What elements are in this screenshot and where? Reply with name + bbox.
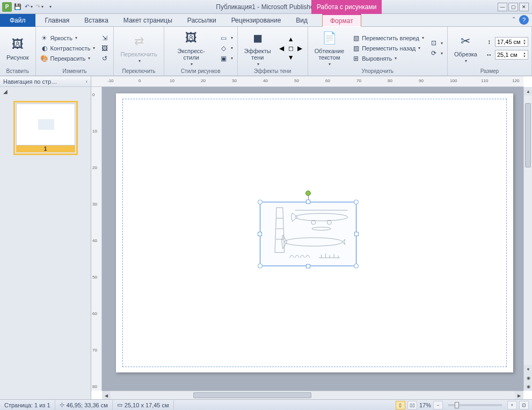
tab-insert[interactable]: Вставка xyxy=(77,14,116,27)
view-single-button[interactable]: ▯ xyxy=(396,401,405,409)
view-two-button[interactable]: ▯▯ xyxy=(407,401,417,409)
scroll-down-icon[interactable]: ▼ xyxy=(524,365,532,374)
wrap-text-button[interactable]: 📄 Обтекание текстом ▾ xyxy=(311,28,347,68)
caption-icon: ▣ xyxy=(220,54,228,63)
align-button[interactable]: ⊞Выровнять▾ xyxy=(351,54,425,63)
nudge-right-icon[interactable]: ▶ xyxy=(296,44,304,53)
handle-sw[interactable] xyxy=(258,263,263,268)
tab-home[interactable]: Главная xyxy=(38,14,77,27)
scroll-up-icon[interactable]: ▲ xyxy=(524,87,532,96)
scroll-thumb-h[interactable] xyxy=(193,392,311,398)
height-input[interactable]: 17,45 см▲▼ xyxy=(495,37,528,47)
nudge-left-icon[interactable]: ◀ xyxy=(278,44,286,53)
align-icon: ⊞ xyxy=(352,54,360,63)
shadow-icon: ◼ xyxy=(249,30,266,47)
ribbon: 🖼 Рисунок Вставить ☀Яркость▾ ◐Контрастно… xyxy=(0,27,532,76)
compress-button[interactable]: ⇲ xyxy=(99,33,110,43)
zoom-level[interactable]: 17% xyxy=(419,402,431,408)
shadow-toggle-icon[interactable]: ◻ xyxy=(287,44,295,53)
ribbon-collapse-icon[interactable]: ⌃ xyxy=(512,16,516,22)
shape-button[interactable]: ◇▾ xyxy=(218,43,234,53)
recolor-button[interactable]: 🎨Перекрасить▾ xyxy=(39,54,97,63)
contrast-icon: ◐ xyxy=(40,44,49,53)
handle-ne[interactable] xyxy=(354,200,359,204)
scroll-thumb-v[interactable] xyxy=(525,103,531,167)
fit-page-button[interactable]: ⊡ xyxy=(519,401,529,409)
group-swap-label: Переключить xyxy=(117,68,160,75)
brightness-icon: ☀ xyxy=(40,34,49,42)
handle-se[interactable] xyxy=(354,263,359,268)
reset-button[interactable]: ↺ xyxy=(99,54,110,63)
scroll-left-icon[interactable]: ◀ xyxy=(102,391,111,400)
nav-sub-icon[interactable]: ◢ xyxy=(0,87,91,96)
redo-icon[interactable]: ↷▾ xyxy=(34,2,44,12)
express-styles-button[interactable]: 🖼 Экспресс-стили ▾ xyxy=(167,28,215,68)
group-button[interactable]: ⊡▾ xyxy=(428,38,444,48)
horizontal-scrollbar[interactable]: ◀ ▶ xyxy=(102,391,523,399)
page-thumbnail-selected[interactable]: 1 xyxy=(13,101,78,155)
qat-customize-icon[interactable]: ▾ xyxy=(45,2,55,12)
brightness-button[interactable]: ☀Яркость▾ xyxy=(39,33,97,43)
nudge-up-icon[interactable]: ▲ xyxy=(287,35,295,43)
prev-page-icon[interactable]: ◉ xyxy=(524,374,532,382)
wrap-label: Обтекание текстом xyxy=(315,48,344,61)
horizontal-ruler: -100102030405060708090100110120 xyxy=(91,76,523,87)
tab-review[interactable]: Рецензирование xyxy=(224,14,289,27)
svg-point-7 xyxy=(312,227,331,230)
app-icon[interactable]: P xyxy=(2,2,12,12)
handle-nw[interactable] xyxy=(258,200,263,204)
handle-w[interactable] xyxy=(258,232,262,236)
tab-mailings[interactable]: Рассылки xyxy=(180,14,224,27)
bring-forward-button[interactable]: ▧Переместить вперед▾ xyxy=(351,33,425,43)
size-icon: ▭ xyxy=(117,401,122,408)
save-icon[interactable]: 💾 xyxy=(13,2,23,12)
shadow-effects-button[interactable]: ◼ Эффекты тени ▾ xyxy=(241,28,274,68)
tab-format[interactable]: Формат xyxy=(322,14,361,27)
zoom-in-button[interactable]: + xyxy=(507,401,517,409)
maximize-button[interactable]: ▢ xyxy=(508,3,518,11)
zoom-out-button[interactable]: − xyxy=(433,401,443,409)
insert-picture-button[interactable]: 🖼 Рисунок xyxy=(3,35,32,62)
change-button[interactable]: 🖼 xyxy=(99,43,110,53)
handle-s[interactable] xyxy=(306,264,310,268)
help-icon[interactable]: ? xyxy=(519,15,529,25)
caption-button[interactable]: ▣▾ xyxy=(218,54,234,63)
zoom-slider-thumb[interactable] xyxy=(455,402,459,408)
width-input[interactable]: 25,1 см▲▼ xyxy=(495,50,528,60)
nav-collapse-icon[interactable]: ‹ xyxy=(86,79,88,84)
next-page-icon[interactable]: ◉ xyxy=(524,382,532,391)
tab-view[interactable]: Вид xyxy=(288,14,315,27)
send-backward-button[interactable]: ▨Переместить назад▾ xyxy=(351,43,425,53)
tab-pagelayout[interactable]: Макет страницы xyxy=(116,14,180,27)
undo-icon[interactable]: ↶▾ xyxy=(24,2,33,12)
rotate-handle[interactable] xyxy=(305,191,311,196)
swap-button: ⇄ Переключить ▾ xyxy=(117,32,160,64)
canvas[interactable] xyxy=(102,87,523,391)
minimize-button[interactable]: — xyxy=(498,3,507,11)
nudge-down-icon[interactable]: ▼ xyxy=(287,53,295,62)
crop-button[interactable]: ✂ Обрезка ▾ xyxy=(451,32,480,64)
border-button[interactable]: ▭▾ xyxy=(218,33,234,43)
swap-label: Переключить xyxy=(120,51,157,57)
scroll-right-icon[interactable]: ▶ xyxy=(515,391,523,400)
rotate-button[interactable]: ⟳▾ xyxy=(428,48,444,58)
group-insert-label: Вставить xyxy=(3,68,32,75)
zoom-slider[interactable] xyxy=(448,404,502,406)
handle-e[interactable] xyxy=(354,232,359,236)
close-button[interactable]: ✕ xyxy=(519,3,529,11)
recolor-label: Перекрасить xyxy=(50,55,86,62)
workspace: Навигация по стр… ‹ ◢ 1 -100102030405060… xyxy=(0,76,532,399)
tab-file[interactable]: Файл xyxy=(0,14,35,27)
status-page[interactable]: Страница: 1 из 1 xyxy=(0,400,55,410)
vertical-scrollbar[interactable]: ▲ ▼ ◉ ◉ xyxy=(523,87,532,391)
contrast-button[interactable]: ◐Контрастность▾ xyxy=(39,43,97,53)
airplane-drawing xyxy=(260,202,356,266)
express-label: Экспресс-стили xyxy=(171,48,212,61)
bring-forward-icon: ▧ xyxy=(352,34,360,42)
selected-picture[interactable] xyxy=(260,202,356,266)
align-label: Выровнять xyxy=(362,55,392,62)
handle-n[interactable] xyxy=(306,200,310,204)
quick-access-toolbar: P 💾 ↶▾ ↷▾ ▾ xyxy=(0,2,55,12)
window-title: Публикация1 - Microsoft Publisher xyxy=(0,3,532,11)
status-size: ▭25,10 x 17,45 см xyxy=(113,400,174,410)
